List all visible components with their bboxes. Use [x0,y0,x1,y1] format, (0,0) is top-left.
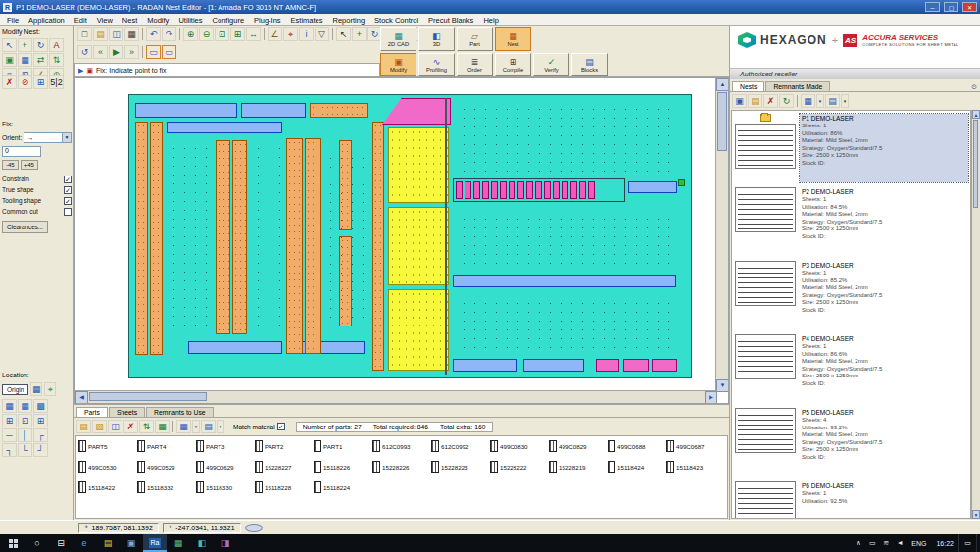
nest-part-pink-small[interactable] [553,181,560,199]
part-item[interactable]: 15118330 [196,480,255,494]
part-item[interactable]: 15118422 [78,480,137,494]
frame-b-icon[interactable]: ▭ [162,45,176,59]
nest-sheet[interactable] [128,94,692,378]
nest-part-pink-small[interactable] [517,181,524,199]
nest-part-pink[interactable] [652,359,677,372]
open-icon[interactable]: ▤ [93,27,108,41]
part-item[interactable]: 15118424 [608,460,666,474]
nest-list-scrollbar[interactable]: ▲ ▼ [971,110,980,519]
nest-part-blue[interactable] [453,275,676,287]
part-item[interactable]: 15118423 [666,460,725,474]
nest-part-yellow[interactable] [388,207,449,285]
last-icon[interactable]: » [124,45,139,59]
nest-part-pink-small[interactable] [544,181,551,199]
part-item[interactable]: PART4 [137,439,196,453]
add-part-icon[interactable]: ▧ [92,420,107,433]
nest-canvas[interactable]: ▲ ▼ ◀ ▶ [74,77,729,404]
menu-view[interactable]: View [92,15,118,25]
big-button-2d-cad[interactable]: ▦2D CAD [380,27,416,51]
nest-list-item[interactable]: P5 DEMO-LASERSheets: 4Utilisation: 93.2%… [732,405,970,478]
first-icon[interactable]: « [93,45,108,59]
select-tool-icon[interactable]: ↖ [2,38,17,52]
part-item[interactable]: 612C0993 [372,439,431,453]
grid-icon-4[interactable]: ⊞ [2,414,17,427]
canvas-vertical-scrollbar[interactable]: ▲ ▼ [715,78,728,392]
angle-button-45[interactable]: +45 [21,160,38,170]
nest-list-item[interactable]: P6 DEMO-LASERSheets: 1Utilisation: 92.5% [732,478,970,519]
nest-part-blue[interactable] [188,341,282,354]
grid-tool-icon[interactable]: ⊞ [33,75,48,89]
snap-point-icon[interactable]: ⌖ [283,27,298,41]
part-item[interactable]: 499C0529 [137,460,196,474]
grid-icon-2[interactable]: ▦ [18,399,32,413]
orient-dropdown[interactable]: → ▼ [24,132,72,143]
taskbar-file-explorer[interactable]: ▤ [96,534,120,552]
zoom-in-icon[interactable]: ⊕ [183,27,198,41]
canvas-horizontal-scrollbar[interactable]: ◀ ▶ [75,390,717,403]
clock[interactable]: 16:22 [931,540,958,547]
taskbar-app-blue[interactable]: ▣ [120,534,143,552]
delete-nest-icon[interactable]: ✗ [763,94,778,108]
nest-part-pink-small[interactable] [482,181,489,199]
grid-icon-3[interactable]: ▩ [33,399,48,413]
nest-list-item[interactable]: P3 DEMO-LASERSheets: 1Utilisation: 85.2%… [732,258,970,331]
taskbar-excel[interactable]: ▦ [167,534,190,552]
big-button-3d[interactable]: ◧3D [418,27,455,51]
move-tool-icon[interactable]: + [18,38,32,52]
remove-part-icon[interactable]: ✗ [123,420,138,433]
sort-mode-icon[interactable]: ▤ [825,94,840,108]
open-parts-icon[interactable]: ▤ [76,420,91,433]
filter-icon[interactable]: ▽ [315,27,329,41]
big-button-modify[interactable]: ▣Modify [380,53,416,76]
tray-volume-icon[interactable]: ◄ [893,539,906,547]
menu-stock-control[interactable]: Stock Control [369,15,423,25]
menu-help[interactable]: Help [478,15,503,25]
scroll-right-icon[interactable]: ▶ [705,391,717,404]
big-button-part[interactable]: ▱Part [457,27,493,51]
scroll-down-icon[interactable]: ▼ [716,379,729,392]
nest-part-blue[interactable] [453,359,517,372]
status-indicator[interactable] [245,524,263,532]
tab-sheets[interactable]: Sheets [109,407,145,417]
cancel-tool-icon[interactable]: ⊘ [18,75,32,89]
new-icon[interactable]: □ [77,27,92,41]
part-item[interactable]: 15228226 [372,460,431,474]
menu-estimates[interactable]: Estimates [286,15,328,25]
big-button-compile[interactable]: ⊞Compile [495,53,531,76]
nest-part-orange[interactable] [372,122,384,371]
nest-part-line[interactable] [445,98,447,375]
info-icon[interactable]: i [299,27,314,41]
grid-icon-12[interactable]: ┘ [33,443,48,457]
new-nest-icon[interactable]: ▣ [732,94,747,108]
nest-part-yellow[interactable] [388,127,449,203]
checkbox-common-cut[interactable] [64,208,72,216]
part-item[interactable]: 499C0687 [666,439,725,453]
origin-grid-icon[interactable]: ▦ [30,382,42,396]
part-item[interactable]: 499C0688 [608,439,666,453]
part-item[interactable]: PART2 [255,439,314,453]
zoom-out-icon[interactable]: ⊖ [199,27,214,41]
minimize-button[interactable]: ─ [925,2,940,12]
menu-nest[interactable]: Nest [118,15,142,25]
nest-part-orange[interactable] [150,122,163,355]
menu-utilities[interactable]: Utilities [173,15,207,25]
sort-mode-dropdown-icon[interactable]: ▾ [841,94,849,108]
parts-view-icon[interactable]: ▦ [176,420,191,433]
move-icon[interactable]: + [352,27,367,41]
nest-part-orange[interactable] [310,103,368,118]
tab-nests[interactable]: Nests [732,81,764,91]
nest-part-blue[interactable] [167,122,282,133]
horizontal-scroll-thumb[interactable] [89,392,207,401]
grid-icon-6[interactable]: ⊞ [33,414,48,427]
menu-application[interactable]: Application [24,15,70,25]
zoom-window-icon[interactable]: ⊡ [215,27,229,41]
nest-list-item[interactable]: P2 DEMO-LASERSheets: 1Utilisation: 84.5%… [732,184,970,258]
big-button-verify[interactable]: ✓Verify [533,53,569,76]
nest-list-item[interactable]: P1 DEMO-LASERSheets: 1Utilisation: 86%Ma… [732,111,970,184]
angle-button-45[interactable]: -45 [2,160,19,170]
taskbar-search[interactable]: ○ [25,534,49,552]
nest-scroll-thumb[interactable] [973,120,978,208]
parts-view-dropdown-icon[interactable]: ▾ [192,420,200,433]
scroll-up-icon[interactable]: ▲ [716,78,729,91]
tray-network-icon[interactable]: ≋ [879,539,893,547]
